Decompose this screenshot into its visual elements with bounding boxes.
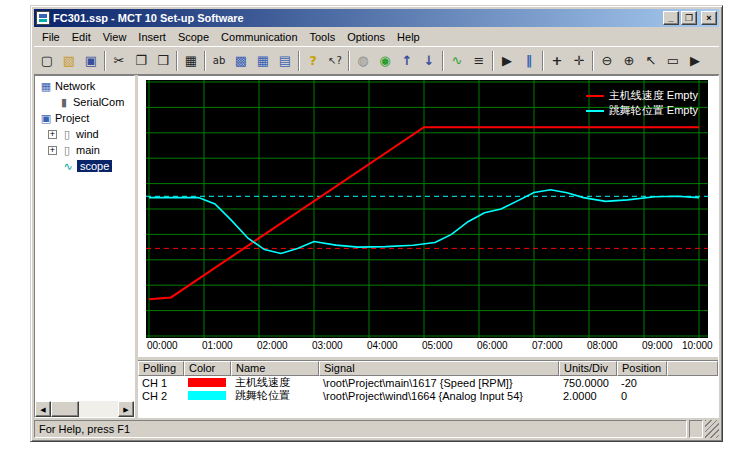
channel-row-ch1[interactable]: CH 1 主机线速度 \root\Project\main\1617 {Spee… xyxy=(138,376,718,389)
minimize-button[interactable]: _ xyxy=(663,11,679,25)
scroll-right-arrow[interactable]: ▶ xyxy=(118,401,134,417)
x-tick-label: 09:000 xyxy=(642,340,673,351)
scope-legend: 主机线速度 Empty 跳舞轮位置 Empty xyxy=(586,88,698,118)
menu-insert[interactable]: Insert xyxy=(132,29,172,45)
menu-options[interactable]: Options xyxy=(341,29,391,45)
save-button[interactable]: ▣ xyxy=(80,50,102,72)
window-title: FC301.ssp - MCT 10 Set-up Software xyxy=(53,12,660,24)
column-header-signal[interactable]: Signal xyxy=(319,361,559,376)
crosshair-button[interactable]: + xyxy=(546,50,568,72)
parameters-button[interactable]: ab xyxy=(208,50,230,72)
app-window: FC301.ssp - MCT 10 Set-up Software _ ❐ ×… xyxy=(30,5,723,442)
grid-view-button[interactable]: ▩ xyxy=(230,50,252,72)
legend-item-ch2: 跳舞轮位置 Empty xyxy=(586,103,698,118)
expand-toggle-main[interactable]: + xyxy=(48,146,57,155)
pointer-button[interactable]: ↖ xyxy=(640,50,662,72)
column-header-color[interactable]: Color xyxy=(184,361,231,376)
project-icon: ▣ xyxy=(39,112,53,125)
copy-button[interactable]: ❐ xyxy=(130,50,152,72)
status-pane xyxy=(689,420,703,438)
track-cursor-button[interactable]: ✛ xyxy=(568,50,590,72)
resize-grip[interactable] xyxy=(705,420,719,438)
tree-label-scope: scope xyxy=(77,160,112,172)
column-header-polling[interactable]: Polling xyxy=(138,361,184,376)
dot-grid-button[interactable]: ▦ xyxy=(252,50,274,72)
open-button[interactable]: ▧ xyxy=(58,50,80,72)
help-button[interactable]: ? xyxy=(302,50,324,72)
cut-button[interactable]: ✂ xyxy=(108,50,130,72)
menu-scope[interactable]: Scope xyxy=(172,29,215,45)
channel-signal: \root\Project\main\1617 {Speed [RPM]} xyxy=(319,377,559,389)
channel-row-ch2[interactable]: CH 2 跳舞轮位置 \root\Project\wind\1664 {Anal… xyxy=(138,389,718,402)
color-swatch-ch1 xyxy=(188,378,226,387)
drive-icon: ▯ xyxy=(60,128,74,141)
column-header-units-div[interactable]: Units/Div xyxy=(559,361,617,376)
channel-name: 跳舞轮位置 xyxy=(231,388,319,403)
paste-button[interactable]: ❒ xyxy=(152,50,174,72)
scroll-left-arrow[interactable]: ◀ xyxy=(35,401,51,417)
tree-horizontal-scrollbar[interactable]: ◀ ▶ xyxy=(35,401,134,417)
app-icon[interactable] xyxy=(36,11,50,25)
expand-toggle-wind[interactable]: + xyxy=(48,130,57,139)
channel-color-cell xyxy=(184,378,231,387)
tree-label-main: main xyxy=(76,144,100,156)
column-header-position[interactable]: Position xyxy=(617,361,667,376)
sidebar-item-scope[interactable]: ∿ scope xyxy=(35,158,134,174)
sidebar-item-network[interactable]: ▦ Network xyxy=(35,78,134,94)
context-help-button[interactable]: ↖? xyxy=(324,50,346,72)
sidebar-item-project[interactable]: ▣ Project xyxy=(35,110,134,126)
start-polling-button[interactable]: ▶ xyxy=(496,50,518,72)
scrollbar-track[interactable] xyxy=(51,401,118,417)
legend-swatch-ch2 xyxy=(586,110,604,112)
channel-units-div: 2.0000 xyxy=(559,390,617,402)
toolbar-separator xyxy=(176,51,178,71)
toolbar-separator xyxy=(298,51,300,71)
menu-file[interactable]: File xyxy=(36,29,66,45)
menu-tools[interactable]: Tools xyxy=(304,29,342,45)
sidebar-item-wind[interactable]: + ▯ wind xyxy=(35,126,134,142)
tree-label-wind: wind xyxy=(76,128,99,140)
toolbar-separator xyxy=(592,51,594,71)
x-tick-label: 03:000 xyxy=(312,340,343,351)
menu-communication[interactable]: Communication xyxy=(215,29,303,45)
scrollbar-thumb[interactable] xyxy=(51,401,79,417)
table-view-button[interactable]: ▤ xyxy=(274,50,296,72)
scope-plot[interactable]: 主机线速度 Empty 跳舞轮位置 Empty xyxy=(146,80,708,338)
toolbar-separator xyxy=(442,51,444,71)
restore-button[interactable]: ❐ xyxy=(681,11,697,25)
titlebar[interactable]: FC301.ssp - MCT 10 Set-up Software _ ❐ × xyxy=(34,9,719,27)
connect-button[interactable]: ◍ xyxy=(352,50,374,72)
step-button[interactable]: ▶ xyxy=(684,50,706,72)
zoom-in-button[interactable]: ⊕ xyxy=(618,50,640,72)
menu-edit[interactable]: Edit xyxy=(66,29,97,45)
status-message: For Help, press F1 xyxy=(34,420,687,438)
scope-wave-button[interactable]: ∿ xyxy=(446,50,468,72)
scope-icon: ∿ xyxy=(61,160,75,173)
menu-help[interactable]: Help xyxy=(391,29,426,45)
column-header-name[interactable]: Name xyxy=(231,361,319,376)
new-button[interactable]: ▢ xyxy=(36,50,58,72)
menu-view[interactable]: View xyxy=(97,29,133,45)
x-tick-label: 06:000 xyxy=(477,340,508,351)
sidebar-item-serialcom[interactable]: ▮ SerialCom xyxy=(35,94,134,110)
menu-bar: File Edit View Insert Scope Communicatio… xyxy=(34,27,719,46)
project-tree-panel: ▦ Network ▮ SerialCom ▣ Project + ▯ wi xyxy=(34,75,135,418)
sidebar-item-main[interactable]: + ▯ main xyxy=(35,142,134,158)
print-button[interactable]: ▦ xyxy=(180,50,202,72)
drive-button[interactable]: ◉ xyxy=(374,50,396,72)
zoom-out-button[interactable]: ⊖ xyxy=(596,50,618,72)
channel-color-cell xyxy=(184,391,231,400)
x-tick-label: 00:000 xyxy=(147,340,178,351)
pause-polling-button[interactable]: ‖ xyxy=(518,50,540,72)
toolbar-separator xyxy=(492,51,494,71)
select-box-button[interactable]: ▭ xyxy=(662,50,684,72)
write-to-drive-button[interactable]: ↓ xyxy=(418,50,440,72)
network-icon: ▦ xyxy=(39,80,53,93)
serialcom-icon: ▮ xyxy=(57,96,71,109)
tree-label-network: Network xyxy=(55,80,95,92)
close-button[interactable]: × xyxy=(701,11,717,25)
read-from-drive-button[interactable]: ↑ xyxy=(396,50,418,72)
x-tick-label: 02:000 xyxy=(257,340,288,351)
cursor-lines-button[interactable]: ≡ xyxy=(468,50,490,72)
legend-swatch-ch1 xyxy=(586,95,604,97)
